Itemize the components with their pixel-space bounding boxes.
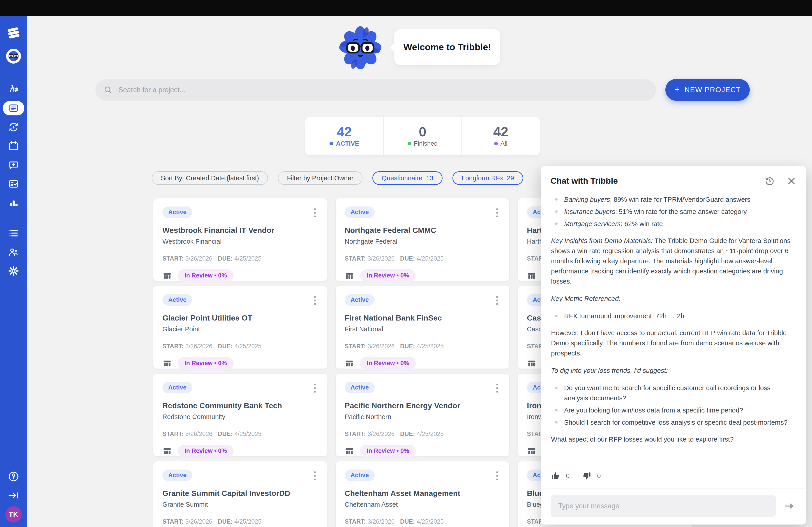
sidebar-item-people[interactable] [0, 243, 27, 261]
thumbs-down-button[interactable] [582, 471, 591, 480]
checklist-icon [8, 178, 19, 190]
chat-paragraph: What aspect of our RFP losses would you … [551, 434, 796, 444]
active-dot [330, 142, 333, 146]
kebab-menu-icon[interactable] [494, 469, 500, 482]
project-title: Granite Summit Capital InvestorDD [162, 489, 318, 498]
calendar-icon [8, 140, 19, 152]
tribble-mascot [338, 25, 382, 71]
longform-rfx-chip[interactable]: Longform RFx: 29 [452, 171, 523, 185]
progress-badge: In Review • 0% [360, 357, 416, 370]
project-card[interactable]: Active Northgate Federal CMMC Northgate … [335, 198, 509, 281]
table-icon [527, 271, 536, 281]
user-avatar[interactable]: TK [5, 506, 21, 523]
table-icon [527, 359, 536, 368]
sort-by-chip[interactable]: Sort By: Created Date (latest first) [152, 171, 268, 185]
project-card[interactable]: Active Glacier Point Utilities OT Glacie… [153, 286, 327, 369]
table-icon [527, 446, 536, 456]
status-badge: Active [345, 382, 375, 393]
progress-badge: In Review • 0% [360, 269, 416, 282]
project-dates: START: 3/26/2026DUE: 4/25/2025 [345, 431, 500, 437]
send-button[interactable] [782, 500, 797, 512]
table-icon [345, 446, 354, 456]
kebab-menu-icon[interactable] [494, 294, 500, 307]
project-search[interactable]: Search for a project... [96, 79, 656, 101]
status-badge: Active [345, 469, 375, 481]
table-icon [162, 359, 172, 368]
kebab-menu-icon[interactable] [494, 382, 500, 394]
project-card[interactable]: Active Westbrook Financial IT Vendor Wes… [153, 198, 327, 281]
project-dates: START: 3/26/2026DUE: 4/25/2025 [345, 343, 500, 350]
chat-bullet-list-2: RFX turnaround improvement: 72h → 2h [551, 311, 796, 321]
chat-paragraph: Key Insights from Demo Materials: The Tr… [551, 236, 796, 286]
sidebar-item-settings[interactable] [0, 261, 27, 281]
thumbs-up-button[interactable] [551, 471, 560, 480]
sidebar-item-analytics[interactable] [0, 193, 27, 212]
filter-chips-row: Sort By: Created Date (latest first) Fil… [152, 171, 523, 185]
stat-all-label: All [494, 140, 508, 147]
finished-dot [408, 142, 411, 146]
project-card[interactable]: Active Cheltenham Asset Management Chelt… [335, 461, 509, 527]
status-badge: Active [162, 207, 192, 218]
sidebar-item-calendar[interactable] [0, 137, 27, 155]
table-icon [162, 271, 172, 281]
sidebar-item-user[interactable]: TK [0, 505, 27, 524]
send-icon [783, 500, 796, 512]
filter-owner-chip[interactable]: Filter by Project Owner [278, 171, 362, 185]
sync-sparkle-icon [8, 121, 19, 133]
chat-message-body: Banking buyers: 89% win rate for TPRM/Ve… [541, 189, 806, 470]
project-client: Glacier Point [162, 326, 318, 333]
project-dates: START: 3/26/2026DUE: 4/25/2025 [162, 255, 318, 262]
sidebar-item-chat[interactable] [0, 155, 27, 175]
status-badge: Active [345, 294, 375, 306]
chat-header: Chat with Tribble [541, 166, 806, 189]
project-title: Cheltenham Asset Management [345, 489, 500, 498]
thumbs-up-icon [551, 471, 560, 480]
sidebar-item-logout[interactable] [0, 486, 27, 505]
status-badge: Active [162, 469, 192, 481]
chat-history-button[interactable] [765, 176, 775, 186]
project-title: Westbrook Financial IT Vendor [162, 226, 318, 235]
sidebar: TK [0, 16, 27, 527]
chat-panel: Chat with Tribble Banking buyers: 89% wi… [541, 166, 806, 525]
chat-bullet: Mortgage servicers: 62% win rate [551, 219, 796, 229]
sidebar-item-agents[interactable] [0, 80, 27, 99]
exit-arrow-icon [8, 490, 19, 501]
project-dates: START: 3/26/2026DUE: 4/25/2025 [162, 431, 318, 437]
sidebar-item-projects[interactable] [0, 99, 27, 118]
project-client: Westbrook Financial [162, 238, 318, 245]
questionnaire-chip[interactable]: Questionnaire: 13 [372, 171, 443, 185]
project-card[interactable]: Active Granite Summit Capital InvestorDD… [153, 461, 327, 527]
project-card[interactable]: Active Pacific Northern Energy Vendor Pa… [335, 374, 509, 456]
stat-finished[interactable]: 0 Finished [383, 117, 462, 155]
chat-message-input[interactable] [551, 495, 776, 517]
table-icon [345, 271, 354, 281]
sidebar-item-help[interactable] [0, 467, 27, 486]
project-card[interactable]: Active First National Bank FinSec First … [335, 286, 509, 369]
kebab-menu-icon[interactable] [312, 382, 318, 394]
mascot-icon [338, 25, 382, 70]
project-title: Pacific Northern Energy Vendor [345, 401, 500, 410]
chat-bullet: Insurance buyers: 51% win rate for the s… [551, 207, 796, 216]
project-card[interactable]: Active Redstone Community Bank Tech Reds… [153, 374, 327, 456]
chat-title: Chat with Tribble [551, 176, 618, 186]
status-badge: Active [162, 294, 192, 306]
sidebar-item-tasks[interactable] [0, 175, 27, 193]
project-client: Redstone Community [162, 413, 318, 421]
stat-all[interactable]: 42 All [462, 117, 540, 155]
stat-active[interactable]: 42 ACTIVE [305, 117, 383, 155]
kebab-menu-icon[interactable] [312, 469, 318, 482]
project-dates: START: 3/26/2026DUE: 4/25/2025 [345, 518, 500, 525]
tribble-logo[interactable] [0, 22, 27, 44]
project-client: Pacific Northern [345, 413, 500, 421]
new-project-button[interactable]: + NEW PROJECT [665, 79, 750, 101]
sidebar-item-list-menu[interactable] [0, 224, 27, 243]
sidebar-item-sync[interactable] [0, 118, 27, 137]
project-client: Northgate Federal [345, 238, 500, 245]
kebab-menu-icon[interactable] [312, 294, 318, 307]
table-icon [162, 446, 172, 456]
kebab-menu-icon[interactable] [312, 207, 318, 219]
chat-close-button[interactable] [787, 176, 796, 186]
kebab-menu-icon[interactable] [494, 207, 500, 219]
sidebar-item-mascot[interactable] [0, 44, 27, 69]
agent-walker-icon [8, 84, 19, 95]
